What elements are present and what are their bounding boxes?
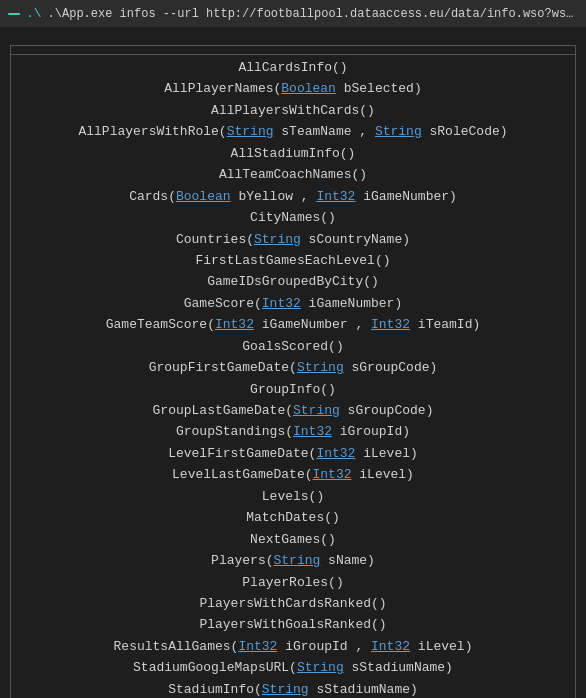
method-text: sTeamName , bbox=[273, 124, 374, 139]
list-item: LevelLastGameDate(Int32 iLevel) bbox=[21, 464, 565, 485]
method-text: sStadiumName) bbox=[309, 682, 418, 697]
list-item: GroupLastGameDate(String sGroupCode) bbox=[21, 400, 565, 421]
method-text: sName) bbox=[320, 553, 375, 568]
method-text: sRoleCode) bbox=[422, 124, 508, 139]
method-text: AllPlayersWithRole( bbox=[78, 124, 226, 139]
type-link[interactable]: String bbox=[262, 682, 309, 697]
terminal-window: .\ .\App.exe infos --url http://football… bbox=[0, 0, 586, 698]
method-text: AllPlayerNames( bbox=[164, 81, 281, 96]
method-text: iTeamId) bbox=[410, 317, 480, 332]
methods-table: AllCardsInfo()AllPlayerNames(Boolean bSe… bbox=[10, 45, 576, 698]
list-item: PlayersWithCardsRanked() bbox=[21, 593, 565, 614]
table-body: AllCardsInfo()AllPlayerNames(Boolean bSe… bbox=[11, 55, 575, 698]
type-link[interactable]: Int32 bbox=[371, 317, 410, 332]
command-text: .\App.exe infos --url http://footballpoo… bbox=[48, 7, 578, 21]
type-link[interactable]: String bbox=[227, 124, 274, 139]
type-link[interactable]: Int32 bbox=[371, 639, 410, 654]
method-text: GroupLastGameDate( bbox=[153, 403, 293, 418]
main-badge bbox=[8, 13, 20, 15]
type-link[interactable]: String bbox=[293, 403, 340, 418]
type-link[interactable]: Int32 bbox=[293, 424, 332, 439]
method-text: GameTeamScore( bbox=[106, 317, 215, 332]
list-item: Countries(String sCountryName) bbox=[21, 229, 565, 250]
method-text: GameScore( bbox=[184, 296, 262, 311]
method-text: bYellow , bbox=[231, 189, 317, 204]
list-item: NextGames() bbox=[21, 529, 565, 550]
list-item: PlayerRoles() bbox=[21, 572, 565, 593]
list-item: FirstLastGamesEachLevel() bbox=[21, 250, 565, 271]
method-text: Cards( bbox=[129, 189, 176, 204]
list-item: AllStadiumInfo() bbox=[21, 143, 565, 164]
method-text: iGroupId , bbox=[277, 639, 371, 654]
list-item: ResultsAllGames(Int32 iGroupId , Int32 i… bbox=[21, 636, 565, 657]
method-text: iGameNumber) bbox=[301, 296, 402, 311]
list-item: AllCardsInfo() bbox=[21, 57, 565, 78]
method-text: iGameNumber) bbox=[355, 189, 456, 204]
list-item: GoalsScored() bbox=[21, 336, 565, 357]
type-link[interactable]: String bbox=[375, 124, 422, 139]
list-item: AllPlayerNames(Boolean bSelected) bbox=[21, 78, 565, 99]
method-text: sCountryName) bbox=[301, 232, 410, 247]
command-bar: .\ .\App.exe infos --url http://football… bbox=[0, 0, 586, 27]
list-item: GameScore(Int32 iGameNumber) bbox=[21, 293, 565, 314]
method-text: iLevel) bbox=[355, 446, 417, 461]
method-text: LevelFirstGameDate( bbox=[168, 446, 316, 461]
list-item: AllTeamCoachNames() bbox=[21, 164, 565, 185]
method-text: GroupStandings( bbox=[176, 424, 293, 439]
type-link[interactable]: Boolean bbox=[176, 189, 231, 204]
type-link[interactable]: Int32 bbox=[215, 317, 254, 332]
list-item: StadiumGoogleMapsURL(String sStadiumName… bbox=[21, 657, 565, 678]
type-link[interactable]: Boolean bbox=[281, 81, 336, 96]
list-item: GroupInfo() bbox=[21, 379, 565, 400]
type-link[interactable]: String bbox=[297, 660, 344, 675]
method-text: iGameNumber , bbox=[254, 317, 371, 332]
list-item: GroupFirstGameDate(String sGroupCode) bbox=[21, 357, 565, 378]
method-text: LevelLastGameDate( bbox=[172, 467, 312, 482]
list-item: Levels() bbox=[21, 486, 565, 507]
method-text: Countries( bbox=[176, 232, 254, 247]
list-item: CityNames() bbox=[21, 207, 565, 228]
list-item: Players(String sName) bbox=[21, 550, 565, 571]
list-item: LevelFirstGameDate(Int32 iLevel) bbox=[21, 443, 565, 464]
list-item: GameTeamScore(Int32 iGameNumber , Int32 … bbox=[21, 314, 565, 335]
list-item: AllPlayersWithCards() bbox=[21, 100, 565, 121]
list-item: GameIDsGroupedByCity() bbox=[21, 271, 565, 292]
method-text: iLevel) bbox=[410, 639, 472, 654]
list-item: MatchDates() bbox=[21, 507, 565, 528]
prompt-symbol: .\ bbox=[26, 6, 42, 21]
list-item: PlayersWithGoalsRanked() bbox=[21, 614, 565, 635]
method-text: iLevel) bbox=[352, 467, 414, 482]
type-link[interactable]: Int32 bbox=[262, 296, 301, 311]
type-link[interactable]: String bbox=[297, 360, 344, 375]
list-item: GroupStandings(Int32 iGroupId) bbox=[21, 421, 565, 442]
method-text: sGroupCode) bbox=[344, 360, 438, 375]
method-text: sGroupCode) bbox=[340, 403, 434, 418]
list-item: AllPlayersWithRole(String sTeamName , St… bbox=[21, 121, 565, 142]
method-text: ResultsAllGames( bbox=[114, 639, 239, 654]
method-text: iGroupId) bbox=[332, 424, 410, 439]
method-text: bSelected) bbox=[336, 81, 422, 96]
type-link[interactable]: Int32 bbox=[316, 189, 355, 204]
list-item: StadiumInfo(String sStadiumName) bbox=[21, 679, 565, 698]
table-header bbox=[11, 46, 575, 55]
type-link[interactable]: Int32 bbox=[238, 639, 277, 654]
type-link[interactable]: Int32 bbox=[313, 467, 352, 482]
content-area: AllCardsInfo()AllPlayerNames(Boolean bSe… bbox=[0, 27, 586, 698]
method-text: StadiumInfo( bbox=[168, 682, 262, 697]
type-link[interactable]: String bbox=[274, 553, 321, 568]
method-text: sStadiumName) bbox=[344, 660, 453, 675]
method-text: GroupFirstGameDate( bbox=[149, 360, 297, 375]
method-text: StadiumGoogleMapsURL( bbox=[133, 660, 297, 675]
list-item: Cards(Boolean bYellow , Int32 iGameNumbe… bbox=[21, 186, 565, 207]
type-link[interactable]: Int32 bbox=[316, 446, 355, 461]
type-link[interactable]: String bbox=[254, 232, 301, 247]
method-text: Players( bbox=[211, 553, 273, 568]
